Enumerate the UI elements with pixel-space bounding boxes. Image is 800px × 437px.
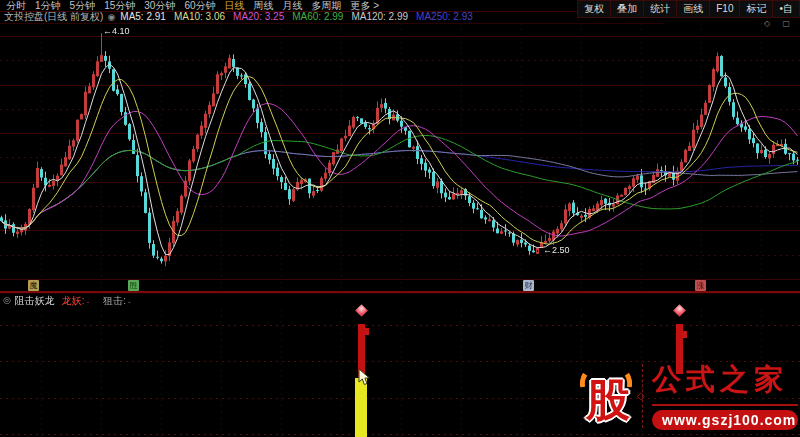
tab-日线[interactable]: 日线 bbox=[225, 0, 245, 11]
toolbar-button-•自[interactable]: •自 bbox=[772, 0, 800, 18]
candlestick-canvas[interactable] bbox=[0, 23, 800, 291]
ma-value: MA250: 2.93 bbox=[416, 11, 473, 22]
sub-indicator-fields: 龙妖:-狙击:- bbox=[62, 294, 145, 308]
panel-vgridline bbox=[161, 307, 162, 437]
tab-分时[interactable]: 分时 bbox=[6, 0, 26, 11]
ma-value: MA120: 2.99 bbox=[351, 11, 408, 22]
tab-多周期[interactable]: 多周期 bbox=[312, 0, 342, 11]
ma-value: MA60: 2.99 bbox=[292, 11, 343, 22]
ma-value: MA20: 3.25 bbox=[233, 11, 284, 22]
diamond-icon: ◇ bbox=[637, 390, 645, 401]
sub-indicator-field: 狙击:- bbox=[103, 295, 130, 306]
tab-1分钟[interactable]: 1分钟 bbox=[35, 0, 61, 11]
chart-tag-涨: 涨 bbox=[695, 280, 706, 291]
tab-60分钟[interactable]: 60分钟 bbox=[184, 0, 215, 11]
collapse-icon[interactable]: ◎ bbox=[3, 294, 11, 307]
panel-vgridline bbox=[281, 307, 282, 437]
panel-vgridline bbox=[101, 307, 102, 437]
watermark: 股 ◇ 公式之家 www.gszj100.com bbox=[576, 360, 798, 436]
tab-30分钟[interactable]: 30分钟 bbox=[144, 0, 175, 11]
panel-gridline bbox=[0, 325, 800, 326]
tab-5分钟[interactable]: 5分钟 bbox=[70, 0, 96, 11]
watermark-site-name: 公式之家 bbox=[652, 360, 798, 406]
watermark-url: www.gszj100.com bbox=[652, 410, 798, 430]
toolbar-button-画线[interactable]: 画线 bbox=[676, 0, 709, 18]
tab-更多 >[interactable]: 更多 > bbox=[351, 0, 380, 11]
bull-logo: 股 bbox=[576, 368, 638, 434]
toolbar-button-F10[interactable]: F10 bbox=[709, 0, 739, 18]
tab-月线[interactable]: 月线 bbox=[283, 0, 303, 11]
chart-tag-魔: 魔 bbox=[28, 280, 39, 291]
main-chart-area[interactable]: ←4.10←2.50 魔胜财涨 bbox=[0, 23, 800, 291]
ma-values: MA5: 2.91MA10: 3.06MA20: 3.25MA60: 2.99M… bbox=[120, 11, 481, 23]
mouse-cursor bbox=[358, 368, 371, 387]
panel-vgridline bbox=[461, 307, 462, 437]
indicator-circle-icon[interactable]: ◉ bbox=[107, 11, 115, 23]
ma-value: MA5: 2.91 bbox=[120, 11, 166, 22]
tab-周线[interactable]: 周线 bbox=[254, 0, 274, 11]
trading-app-window: 分时1分钟5分钟15分钟30分钟60分钟日线周线月线多周期更多 > 复权叠加统计… bbox=[0, 0, 800, 437]
ma-value: MA10: 3.06 bbox=[174, 11, 225, 22]
panel-vgridline bbox=[401, 307, 402, 437]
sub-indicator-field: 龙妖:- bbox=[62, 295, 89, 306]
chart-tag-财: 财 bbox=[523, 280, 534, 291]
panel-vgridline bbox=[521, 307, 522, 437]
panel-vgridline bbox=[341, 307, 342, 437]
bull-logo-char: 股 bbox=[586, 376, 630, 426]
panel-vgridline bbox=[41, 307, 42, 437]
chart-tag-胜: 胜 bbox=[128, 280, 139, 291]
price-label: ←4.10 bbox=[103, 26, 130, 36]
panel-vgridline bbox=[221, 307, 222, 437]
main-indicator-title: 文投控盘(日线 前复权) bbox=[4, 11, 103, 23]
toolbar-button-标记[interactable]: 标记 bbox=[739, 0, 772, 18]
price-label: ←2.50 bbox=[543, 245, 570, 255]
sub-indicator-header: ◎ 阻击妖龙 龙妖:-狙击:- bbox=[0, 294, 800, 307]
tab-15分钟[interactable]: 15分钟 bbox=[104, 0, 135, 11]
sub-indicator-name: 阻击妖龙 bbox=[15, 294, 55, 307]
